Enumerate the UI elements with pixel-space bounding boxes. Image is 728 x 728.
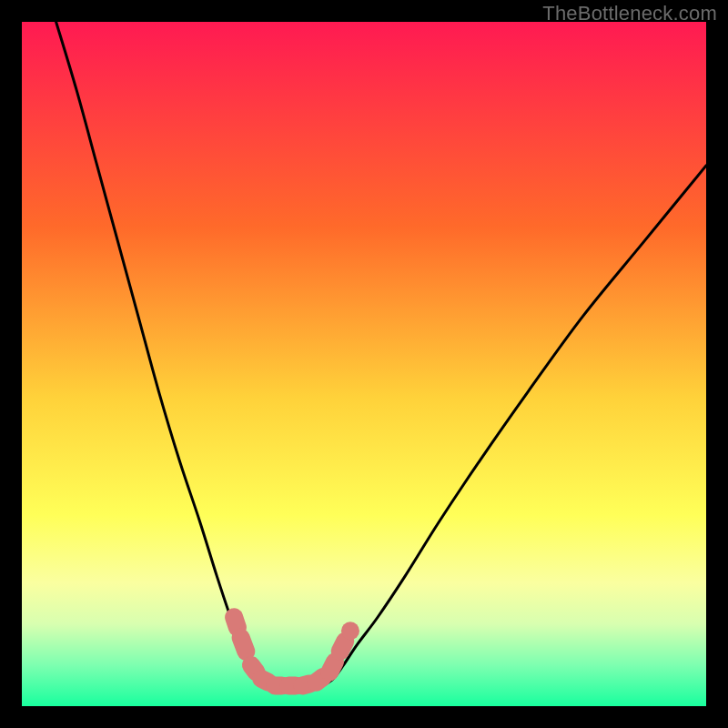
- marker-segment: [316, 677, 323, 682]
- marker-segment: [251, 665, 257, 672]
- chart-svg: [22, 22, 706, 706]
- gradient-background: [22, 22, 706, 706]
- marker-segment: [329, 662, 335, 672]
- frame-border: [0, 0, 22, 728]
- frame-border: [0, 706, 728, 728]
- chart-plot-area: [22, 22, 706, 706]
- marker-segment: [241, 638, 247, 652]
- frame-border: [706, 0, 728, 728]
- marker-segment: [340, 642, 346, 652]
- marker-segment: [234, 617, 238, 627]
- watermark-text: TheBottleneck.com: [542, 2, 717, 25]
